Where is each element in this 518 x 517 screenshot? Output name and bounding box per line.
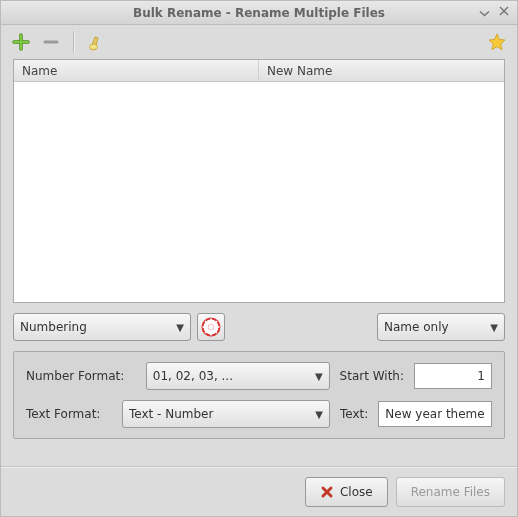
toolbar-separator: [73, 31, 74, 53]
titlebar-controls: [477, 4, 511, 18]
number-format-value: 01, 02, 03, ...: [153, 369, 309, 383]
start-with-label: Start With:: [340, 369, 404, 383]
file-table: Name New Name: [13, 59, 505, 303]
titlebar: Bulk Rename - Rename Multiple Files: [1, 1, 517, 25]
footer: Close Rename Files: [1, 466, 517, 516]
minimize-icon[interactable]: [477, 4, 491, 18]
text-format-select[interactable]: Text - Number ▼: [122, 400, 330, 428]
options-panel: Number Format: 01, 02, 03, ... ▼ Start W…: [13, 351, 505, 439]
help-button[interactable]: [197, 313, 225, 341]
clear-button[interactable]: [84, 30, 108, 54]
mode-row: Numbering ▼ Name only ▼: [13, 313, 505, 341]
number-format-select[interactable]: 01, 02, 03, ... ▼: [146, 362, 330, 390]
rename-label: Rename Files: [411, 485, 490, 499]
add-button[interactable]: [9, 30, 33, 54]
table-header: Name New Name: [14, 60, 504, 82]
text-format-value: Text - Number: [129, 407, 309, 421]
window: Bulk Rename - Rename Multiple Files: [0, 0, 518, 517]
rename-files-button[interactable]: Rename Files: [396, 477, 505, 507]
scope-select[interactable]: Name only ▼: [377, 313, 505, 341]
scope-value: Name only: [384, 320, 484, 334]
remove-button[interactable]: [39, 30, 63, 54]
window-title: Bulk Rename - Rename Multiple Files: [133, 6, 385, 20]
table-body[interactable]: [14, 82, 504, 302]
favorite-button[interactable]: [485, 30, 509, 54]
chevron-down-icon: ▼: [315, 409, 323, 420]
chevron-down-icon: ▼: [176, 322, 184, 333]
close-icon[interactable]: [497, 4, 511, 18]
close-label: Close: [340, 485, 373, 499]
chevron-down-icon: ▼: [315, 371, 323, 382]
column-new-name[interactable]: New Name: [259, 60, 504, 81]
text-label: Text:: [340, 407, 368, 421]
content: Name New Name Numbering ▼ Name only ▼: [1, 59, 517, 466]
number-format-label: Number Format:: [26, 369, 136, 383]
start-with-input[interactable]: [414, 363, 492, 389]
column-name[interactable]: Name: [14, 60, 259, 81]
text-input[interactable]: [378, 401, 492, 427]
text-format-label: Text Format:: [26, 407, 112, 421]
chevron-down-icon: ▼: [490, 322, 498, 333]
close-icon: [320, 485, 334, 499]
rename-mode-value: Numbering: [20, 320, 170, 334]
toolbar: [1, 25, 517, 59]
close-button[interactable]: Close: [305, 477, 388, 507]
rename-mode-select[interactable]: Numbering ▼: [13, 313, 191, 341]
